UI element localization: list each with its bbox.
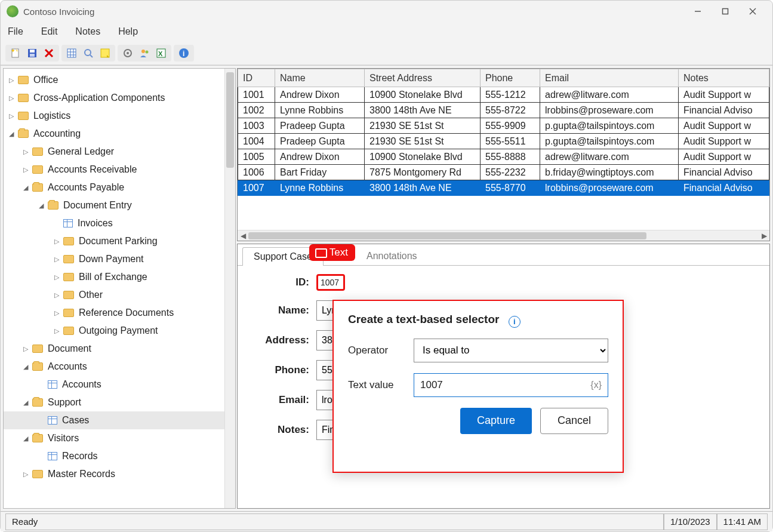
tree-item[interactable]: ◢Visitors [4, 429, 235, 447]
save-icon[interactable] [26, 47, 39, 60]
table-row[interactable]: 1002Lynne Robbins3800 148th Ave NE555-87… [238, 103, 769, 118]
form-label: Email: [250, 394, 309, 406]
table-row[interactable]: 1001Andrew Dixon10900 Stonelake Blvd555-… [238, 87, 769, 103]
expand-arrow-icon[interactable]: ▷ [53, 309, 61, 317]
tree-item[interactable]: ▷Accounts Receivable [4, 161, 235, 179]
id-field-highlighted[interactable]: 1007 [316, 274, 345, 291]
settings-icon[interactable] [121, 47, 134, 60]
users-icon[interactable] [138, 47, 151, 60]
close-button[interactable] [739, 2, 766, 20]
expand-arrow-icon[interactable]: ▷ [21, 345, 30, 353]
maximize-button[interactable] [712, 2, 739, 20]
excel-icon[interactable]: X [155, 47, 168, 60]
info-icon[interactable]: i [177, 47, 190, 60]
tab-annotations[interactable]: Annotations [355, 247, 429, 265]
tree-scrollbar[interactable] [224, 69, 235, 508]
expand-arrow-icon[interactable]: ◢ [21, 398, 30, 407]
info-icon[interactable]: i [509, 316, 521, 328]
tree-item[interactable]: ◢Support [4, 393, 235, 411]
expand-arrow-icon[interactable]: ▷ [53, 327, 61, 335]
tree-item[interactable]: ◢Accounts Payable [4, 179, 235, 196]
minimize-button[interactable] [684, 2, 712, 20]
table-row[interactable]: 1003Pradeep Gupta21930 SE 51st St555-990… [238, 118, 769, 134]
expand-arrow-icon[interactable]: ▷ [53, 291, 61, 299]
menu-file[interactable]: File [5, 24, 26, 39]
tree-item-label: Master Records [48, 469, 115, 479]
svg-point-17 [85, 50, 91, 56]
column-header[interactable]: Phone [481, 69, 540, 87]
table-row[interactable]: 1006Bart Friday7875 Montgomery Rd555-223… [238, 165, 769, 180]
expand-arrow-icon[interactable]: ◢ [21, 362, 30, 371]
column-header[interactable]: Notes [679, 69, 769, 87]
tree-item[interactable]: ▷Master Records [4, 465, 235, 483]
scroll-left-icon[interactable]: ◀ [238, 230, 248, 241]
expand-arrow-icon[interactable]: ▷ [53, 237, 61, 245]
expand-arrow-icon[interactable]: ▷ [21, 165, 30, 174]
tree-item[interactable]: ▷Document Parking [4, 232, 235, 250]
expand-arrow-icon[interactable]: ◢ [37, 201, 45, 210]
expand-arrow-icon[interactable]: ◢ [21, 183, 30, 192]
menu-notes[interactable]: Notes [73, 24, 103, 39]
detail-tabs: Support Case Text Annotations [238, 244, 769, 266]
svg-rect-9 [30, 54, 35, 57]
tree-item[interactable]: Accounts [4, 376, 235, 393]
grid-hscrollbar[interactable]: ◀ ▶ [238, 230, 769, 241]
expand-arrow-icon[interactable]: ▷ [7, 94, 16, 102]
expand-arrow-icon[interactable]: ▷ [21, 147, 30, 156]
expand-arrow-icon [53, 219, 61, 227]
tree-item[interactable]: Records [4, 447, 235, 465]
tree-item[interactable]: ◢Accounting [4, 125, 235, 143]
form-label: Notes: [250, 424, 309, 436]
folder-icon [32, 434, 43, 442]
menu-help[interactable]: Help [116, 24, 140, 39]
note-icon[interactable] [98, 47, 112, 60]
tree-item[interactable]: ▷Reference Documents [4, 304, 235, 322]
tree-item[interactable]: Cases [4, 411, 235, 429]
capture-button[interactable]: Capture [460, 408, 532, 434]
menu-edit[interactable]: Edit [39, 24, 60, 39]
tree-item-label: Accounts [62, 379, 101, 390]
tree-item[interactable]: ▷Other [4, 286, 235, 304]
expand-arrow-icon[interactable]: ▷ [21, 470, 30, 478]
tree-item[interactable]: ◢Document Entry [4, 196, 235, 214]
tree-item[interactable]: ▷Document [4, 340, 235, 358]
table-row[interactable]: 1004Pradeep Gupta21930 SE 51st St555-551… [238, 134, 769, 149]
tree-item[interactable]: ▷General Ledger [4, 143, 235, 161]
textvalue-input[interactable]: 1007 {x} [414, 373, 608, 397]
search-icon[interactable] [82, 47, 95, 60]
nav-tree[interactable]: ▷Office▷Cross-Application Components▷Log… [4, 69, 235, 508]
expand-arrow-icon[interactable]: ◢ [7, 130, 16, 138]
column-header[interactable]: ID [238, 69, 275, 87]
tree-item[interactable]: ▷Down Payment [4, 250, 235, 268]
operator-select[interactable]: Is equal to [414, 339, 608, 362]
tree-item[interactable]: ▷Outgoing Payment [4, 322, 235, 340]
scroll-right-icon[interactable]: ▶ [759, 230, 769, 241]
tree-item[interactable]: ◢Accounts [4, 358, 235, 376]
grid-icon[interactable] [65, 47, 78, 60]
expand-arrow-icon[interactable]: ▷ [7, 76, 16, 84]
grid-table[interactable]: IDNameStreet AddressPhoneEmailNotes1001A… [238, 69, 769, 196]
column-header[interactable]: Street Address [365, 69, 481, 87]
delete-icon[interactable] [42, 47, 56, 60]
expand-arrow-icon[interactable]: ▷ [7, 112, 16, 120]
expand-arrow-icon[interactable]: ▷ [53, 255, 61, 263]
variable-icon[interactable]: {x} [590, 380, 602, 390]
tree-item[interactable]: ▷Bill of Exchange [4, 268, 235, 286]
form-label: Phone: [250, 364, 309, 376]
column-header[interactable]: Name [275, 69, 365, 87]
table-row[interactable]: 1007Lynne Robbins3800 148th Ave NE555-87… [238, 180, 769, 196]
tree-item[interactable]: ▷Cross-Application Components [4, 89, 235, 107]
tree-item[interactable]: ▷Office [4, 71, 235, 89]
cancel-button[interactable]: Cancel [540, 408, 608, 434]
tree-item[interactable]: ▷Logistics [4, 107, 235, 125]
form-label: Address: [250, 334, 309, 346]
text-selector-badge[interactable]: Text [309, 244, 355, 261]
app-icon [7, 5, 19, 17]
status-time: 11:41 AM [717, 513, 768, 530]
tree-item[interactable]: Invoices [4, 214, 235, 232]
table-row[interactable]: 1005Andrew Dixon10900 Stonelake Blvd555-… [238, 149, 769, 165]
column-header[interactable]: Email [540, 69, 679, 87]
expand-arrow-icon[interactable]: ▷ [53, 273, 61, 281]
new-doc-icon[interactable]: ✦ [9, 47, 22, 60]
expand-arrow-icon[interactable]: ◢ [21, 434, 30, 442]
